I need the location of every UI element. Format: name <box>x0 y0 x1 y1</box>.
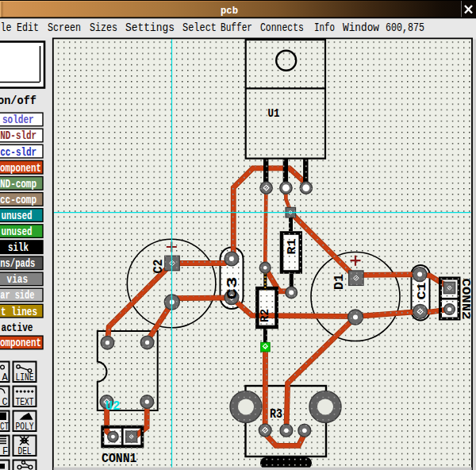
svg-text:POLY: POLY <box>16 422 34 433</box>
svg-text:t lines: t lines <box>1 306 37 319</box>
svg-text:C2: C2 <box>152 260 166 274</box>
svg-text:LINE: LINE <box>16 372 34 383</box>
svg-text:cc-sldr: cc-sldr <box>0 146 36 160</box>
svg-text:R2: R2 <box>259 309 272 322</box>
svg-text:Connects: Connects <box>260 21 304 35</box>
svg-text:pcb: pcb <box>221 5 238 17</box>
svg-text:R1: R1 <box>286 239 299 255</box>
svg-text:Sizes: Sizes <box>90 21 117 35</box>
svg-text:C: C <box>2 397 8 408</box>
svg-text:unused: unused <box>1 210 32 223</box>
svg-text:silk: silk <box>8 241 29 255</box>
svg-text:unused: unused <box>1 225 32 239</box>
svg-text:Window: Window <box>343 21 379 35</box>
svg-text:on/off: on/off <box>0 94 36 108</box>
svg-text:D1: D1 <box>332 274 347 290</box>
svg-text:Buffer: Buffer <box>221 21 252 35</box>
svg-text:active: active <box>2 322 33 335</box>
svg-text:Info: Info <box>314 21 335 35</box>
svg-text:Settings: Settings <box>125 21 175 35</box>
svg-text:A: A <box>2 372 9 383</box>
svg-text:le: le <box>1 21 12 35</box>
svg-text:vias: vias <box>7 273 28 287</box>
svg-text:Screen: Screen <box>48 21 81 35</box>
svg-text:Select: Select <box>182 21 217 35</box>
svg-text:Edit: Edit <box>17 21 39 35</box>
svg-text:U1: U1 <box>268 107 280 120</box>
svg-text:F: F <box>2 446 8 457</box>
svg-text:U2: U2 <box>106 399 121 414</box>
svg-text:CONN2: CONN2 <box>459 279 472 320</box>
svg-text:omponent: omponent <box>0 162 41 175</box>
svg-text:C1: C1 <box>416 283 429 300</box>
svg-text:ns/pads: ns/pads <box>0 257 35 271</box>
svg-text:DEL: DEL <box>18 446 32 457</box>
svg-text:ND-sldr: ND-sldr <box>0 129 36 143</box>
svg-text:CT: CT <box>0 422 9 433</box>
svg-text:TEXT: TEXT <box>16 397 34 408</box>
svg-text:solder: solder <box>2 114 34 127</box>
svg-text:cc-comp: cc-comp <box>0 194 36 207</box>
svg-text:R3: R3 <box>270 407 282 422</box>
svg-text:600,875: 600,875 <box>386 21 424 35</box>
svg-text:ar side: ar side <box>0 289 34 302</box>
svg-text:omponent: omponent <box>0 337 41 350</box>
svg-text:CONN1: CONN1 <box>102 451 137 466</box>
svg-text:C3: C3 <box>224 277 241 300</box>
svg-text:ND-comp: ND-comp <box>0 178 36 191</box>
